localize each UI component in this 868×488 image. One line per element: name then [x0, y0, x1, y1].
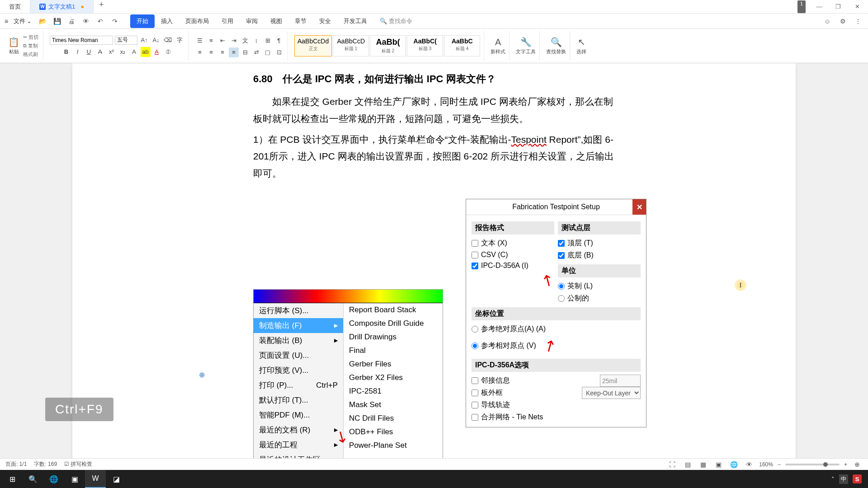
- align-justify-button[interactable]: ≡: [229, 47, 239, 57]
- style-h3[interactable]: AaBbC(标题 3: [407, 35, 443, 56]
- view-web-icon[interactable]: ▣: [713, 459, 724, 470]
- app1-button[interactable]: ▣: [64, 470, 85, 488]
- view-outline-icon[interactable]: ▦: [698, 459, 708, 470]
- menu-tab-insert[interactable]: 插入: [155, 14, 179, 28]
- align-right-button[interactable]: ≡: [217, 47, 227, 57]
- minimize-button[interactable]: —: [810, 0, 828, 13]
- wps-button[interactable]: W: [85, 470, 106, 488]
- font-name-select[interactable]: [50, 36, 113, 45]
- menu-tab-page-layout[interactable]: 页面布局: [179, 14, 215, 28]
- phonetic-button[interactable]: 字: [175, 35, 184, 45]
- highlight-button[interactable]: ab: [141, 47, 151, 57]
- zoom-slider[interactable]: [785, 464, 840, 465]
- superscript-button[interactable]: x²: [107, 47, 117, 57]
- strike-button[interactable]: A̶: [95, 47, 105, 57]
- border-button[interactable]: ⊡: [274, 47, 284, 57]
- bullets-button[interactable]: ☰: [195, 36, 205, 46]
- undo-icon[interactable]: ↶: [95, 16, 106, 27]
- increase-indent-button[interactable]: ⇥: [229, 36, 239, 46]
- zoom-value[interactable]: 160%: [759, 461, 773, 468]
- font-color-button[interactable]: A: [152, 47, 162, 57]
- status-words[interactable]: 字数: 169: [34, 460, 57, 468]
- file-menu[interactable]: 文件 ⌄: [12, 16, 33, 26]
- settings-icon[interactable]: ⚙: [837, 16, 848, 27]
- save-icon[interactable]: 💾: [52, 16, 62, 27]
- menu-tab-chapter[interactable]: 章节: [288, 14, 313, 28]
- tab-button[interactable]: ⇄: [251, 47, 261, 57]
- maximize-button[interactable]: ❐: [829, 0, 847, 13]
- font-size-select[interactable]: [115, 36, 137, 45]
- menu-tab-reference[interactable]: 引用: [215, 14, 240, 28]
- app2-button[interactable]: ◪: [106, 470, 127, 488]
- align-center-button[interactable]: ≡: [206, 47, 216, 57]
- sort-button[interactable]: ⊞: [263, 36, 273, 46]
- line-spacing-button[interactable]: ↕: [251, 36, 261, 46]
- underline-button[interactable]: U: [84, 47, 94, 57]
- clear-format-button[interactable]: ⌫: [163, 35, 173, 45]
- view-eye-icon[interactable]: 👁: [744, 459, 755, 470]
- menu-tab-view[interactable]: 视图: [264, 14, 288, 28]
- menu-tab-devtools[interactable]: 开发工具: [337, 14, 373, 28]
- format-painter-button[interactable]: 格式刷: [22, 51, 39, 58]
- paste-button[interactable]: 📋 粘贴: [8, 37, 19, 55]
- tab-document[interactable]: W 文字文稿1 ●: [30, 0, 94, 13]
- menu-tab-review[interactable]: 审阅: [240, 14, 264, 28]
- ime-lang[interactable]: 中: [839, 474, 848, 484]
- menu-tab-security[interactable]: 安全: [313, 14, 337, 28]
- text-tools-button[interactable]: 🔧文字工具: [516, 37, 536, 55]
- style-h4[interactable]: AaBbC标题 4: [444, 35, 480, 56]
- status-page[interactable]: 页面: 1/1: [5, 460, 27, 468]
- new-style-button[interactable]: A新样式: [491, 37, 505, 55]
- ime-sogou-icon[interactable]: S: [853, 474, 862, 483]
- view-read-icon[interactable]: 🌐: [728, 459, 739, 470]
- copy-button[interactable]: ⧉ 复制: [22, 42, 39, 50]
- command-search[interactable]: 🔍 查找命令: [380, 17, 412, 25]
- start-button[interactable]: ⊞: [2, 470, 23, 488]
- search-button[interactable]: 🔍: [23, 470, 43, 488]
- decrease-indent-button[interactable]: ⇤: [217, 36, 227, 46]
- more-icon[interactable]: ⋮: [853, 16, 863, 27]
- subscript-button[interactable]: x₂: [118, 47, 128, 57]
- font-grow-button[interactable]: A↑: [139, 35, 149, 45]
- distribute-button[interactable]: ⊟: [240, 47, 250, 57]
- chrome-button[interactable]: 🌐: [43, 470, 64, 488]
- view-page-icon[interactable]: ▤: [682, 459, 693, 470]
- fit-button[interactable]: ⊕: [852, 459, 863, 470]
- bold-button[interactable]: B: [61, 47, 71, 57]
- tray-chevron-icon[interactable]: ˄: [831, 476, 835, 483]
- print-icon[interactable]: 🖨: [66, 16, 77, 27]
- rad-metric: 公制的: [558, 292, 641, 305]
- style-h2[interactable]: AaBb(标题 2: [370, 35, 406, 56]
- close-button[interactable]: ✕: [848, 0, 866, 13]
- align-left-button[interactable]: ≡: [195, 47, 205, 57]
- feedback-icon[interactable]: ☺: [822, 16, 833, 27]
- menu-header-strip: [254, 290, 443, 303]
- select-button[interactable]: ↖选择: [576, 37, 586, 55]
- italic-button[interactable]: I: [73, 47, 83, 57]
- show-marks-button[interactable]: ¶: [274, 36, 284, 46]
- document-area[interactable]: 6.80 什么是 IPC 网表，如何进行输出 IPC 网表文件？ 如果在提交 G…: [0, 63, 868, 470]
- style-normal[interactable]: AaBbCcDd正文: [294, 35, 332, 56]
- redo-icon[interactable]: ↷: [109, 16, 120, 27]
- style-h1[interactable]: AaBbCcD标题 1: [333, 35, 369, 56]
- char-shading-button[interactable]: ⦷: [163, 47, 173, 57]
- status-spellcheck[interactable]: ☑ 拼写检查: [64, 460, 92, 468]
- cut-button[interactable]: ✂ 剪切: [22, 33, 39, 41]
- notification-badge[interactable]: 1: [797, 0, 806, 13]
- font-shrink-button[interactable]: A↓: [151, 35, 161, 45]
- print-preview-icon[interactable]: 👁: [80, 16, 91, 27]
- numbering-button[interactable]: ≡: [206, 36, 216, 46]
- tab-add-button[interactable]: +: [94, 0, 109, 13]
- zoom-thumb[interactable]: [823, 462, 828, 467]
- text-direction-button[interactable]: 文: [240, 36, 250, 46]
- open-icon[interactable]: 📂: [37, 16, 48, 27]
- shading-button[interactable]: ▢: [263, 47, 273, 57]
- hamburger-icon[interactable]: ≡: [5, 18, 8, 25]
- fullscreen-icon[interactable]: ⛶: [667, 459, 678, 470]
- zoom-out-button[interactable]: −: [778, 461, 781, 468]
- menu-tab-start[interactable]: 开始: [130, 14, 155, 28]
- find-replace-button[interactable]: 🔍查找替换: [546, 37, 566, 55]
- text-effect-button[interactable]: A: [129, 47, 139, 57]
- zoom-in-button[interactable]: +: [844, 461, 847, 468]
- tab-home[interactable]: 首页: [0, 0, 30, 13]
